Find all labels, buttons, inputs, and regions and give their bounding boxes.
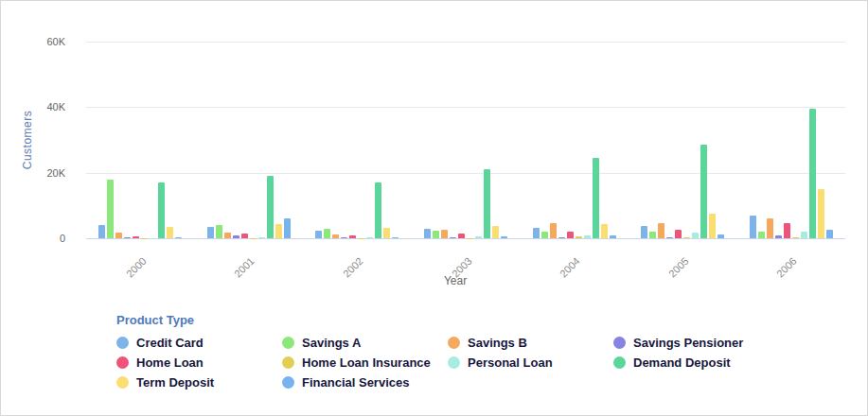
legend-item-personal-loan[interactable]: Personal Loan [448, 355, 613, 370]
y-gridline [86, 42, 845, 43]
bar-savings-a-2003 [433, 231, 439, 238]
legend-item-label: Term Deposit [136, 375, 214, 390]
bar-home-loan-2001 [241, 234, 248, 238]
bar-home-loan-insurance-2005 [683, 237, 690, 238]
legend-item-label: Savings B [468, 336, 527, 350]
y-tick-label: 0 [1, 233, 65, 244]
legend-dot-icon [448, 337, 460, 349]
bar-savings-pensioner-2005 [666, 237, 673, 238]
bar-credit-card-2002 [315, 231, 322, 238]
bar-savings-a-2002 [324, 229, 330, 238]
legend-item-financial-services[interactable]: Financial Services [282, 375, 448, 390]
bar-home-loan-2006 [784, 223, 790, 238]
bar-personal-loan-2005 [692, 233, 699, 238]
bar-home-loan-2005 [675, 230, 682, 238]
bar-personal-loan-2002 [366, 237, 373, 238]
bar-home-loan-2002 [349, 235, 356, 238]
legend-item-term-deposit[interactable]: Term Deposit [116, 375, 282, 390]
bar-savings-pensioner-2003 [450, 237, 456, 238]
bar-savings-a-2000 [107, 180, 114, 238]
legend-item-label: Savings A [302, 336, 361, 350]
bar-demand-deposit-2005 [700, 145, 707, 238]
bar-demand-deposit-2000 [158, 182, 165, 238]
bar-term-deposit-2000 [167, 227, 173, 238]
bar-savings-pensioner-2000 [124, 237, 131, 238]
legend-item-home-loan[interactable]: Home Loan [116, 355, 282, 370]
bar-savings-b-2002 [332, 234, 339, 238]
bar-savings-a-2001 [216, 225, 222, 238]
bar-savings-pensioner-2006 [775, 235, 782, 238]
legend-dot-icon [282, 356, 294, 369]
legend-item-home-loan-insurance[interactable]: Home Loan Insurance [282, 355, 448, 370]
bar-term-deposit-2002 [383, 228, 390, 238]
y-tick-label: 40K [1, 101, 65, 113]
bar-financial-services-2006 [826, 230, 833, 238]
y-tick-label: 60K [1, 36, 65, 47]
bar-term-deposit-2005 [709, 214, 716, 238]
legend-items: Credit CardSavings ASavings BSavings Pen… [116, 336, 779, 390]
legend-item-label: Personal Loan [468, 355, 553, 370]
bar-term-deposit-2001 [275, 224, 282, 238]
bar-savings-b-2003 [441, 230, 448, 238]
legend-item-label: Demand Deposit [633, 355, 731, 370]
legend-item-label: Savings Pensioner [633, 336, 743, 350]
bar-credit-card-2005 [641, 226, 647, 238]
bar-demand-deposit-2004 [593, 158, 599, 238]
x-tick-label: 2005 [666, 255, 691, 280]
bar-term-deposit-2006 [818, 189, 824, 238]
bar-personal-loan-2004 [584, 235, 591, 238]
legend-item-savings-a[interactable]: Savings A [282, 336, 448, 350]
legend-item-label: Credit Card [136, 336, 204, 350]
legend-item-credit-card[interactable]: Credit Card [116, 336, 282, 350]
x-tick-label: 2004 [558, 255, 582, 280]
bar-savings-pensioner-2004 [558, 237, 565, 238]
x-tick-label: 2002 [341, 255, 365, 280]
legend-item-savings-pensioner[interactable]: Savings Pensioner [613, 336, 779, 350]
legend-dot-icon [282, 337, 294, 349]
legend-dot-icon [116, 337, 129, 349]
bar-savings-b-2006 [767, 218, 773, 238]
bar-financial-services-2003 [501, 236, 507, 238]
bar-savings-pensioner-2001 [233, 235, 239, 238]
bar-home-loan-insurance-2003 [467, 238, 473, 239]
legend-item-label: Financial Services [302, 375, 409, 390]
bar-savings-a-2005 [649, 232, 656, 238]
legend-dot-icon [613, 337, 626, 349]
bar-credit-card-2006 [750, 216, 756, 238]
bar-credit-card-2004 [533, 228, 540, 238]
x-tick-label: 2006 [774, 255, 799, 280]
bar-savings-pensioner-2002 [341, 237, 347, 238]
bar-financial-services-2001 [284, 218, 291, 238]
bar-personal-loan-2006 [801, 232, 807, 238]
x-tick-label: 2000 [124, 255, 149, 280]
bar-home-loan-2003 [458, 234, 465, 238]
y-tick-label: 20K [1, 167, 65, 179]
legend-dot-icon [282, 376, 294, 389]
bar-savings-a-2004 [541, 232, 548, 238]
bar-demand-deposit-2001 [267, 176, 274, 238]
bar-credit-card-2003 [424, 229, 431, 238]
legend-item-label: Home Loan [136, 355, 204, 370]
legend-item-label: Home Loan Insurance [302, 355, 431, 370]
x-tick-label: 2001 [232, 255, 257, 280]
bar-home-loan-insurance-2001 [250, 238, 257, 239]
legend-item-savings-b[interactable]: Savings B [448, 336, 613, 350]
bar-personal-loan-2001 [258, 237, 265, 238]
legend-dot-icon [613, 356, 626, 369]
bar-savings-b-2004 [550, 223, 557, 238]
bar-credit-card-2001 [207, 227, 214, 238]
y-gridline [86, 173, 845, 174]
bar-term-deposit-2003 [492, 226, 499, 238]
bar-savings-a-2006 [758, 232, 765, 238]
legend-dot-icon [448, 356, 460, 369]
plot-area: Customers Year 020K40K60K200020012002200… [1, 1, 867, 294]
legend-dot-icon [116, 376, 129, 389]
bar-credit-card-2000 [98, 225, 105, 238]
bar-chart: Customers Year 020K40K60K200020012002200… [0, 0, 868, 416]
legend-title: Product Type [116, 313, 779, 327]
bar-demand-deposit-2006 [809, 109, 816, 238]
legend: Product Type Credit CardSavings ASavings… [116, 313, 779, 390]
bar-demand-deposit-2003 [484, 169, 490, 238]
bar-personal-loan-2000 [150, 238, 156, 239]
legend-item-demand-deposit[interactable]: Demand Deposit [613, 355, 779, 370]
